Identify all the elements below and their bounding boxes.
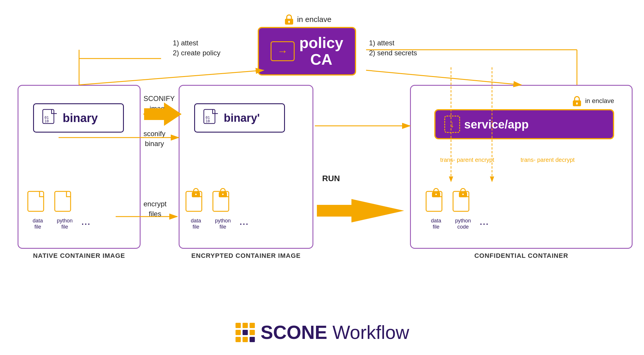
- enc-data-lock: [191, 187, 201, 198]
- native-python-file-label: pythonfile: [54, 218, 75, 230]
- policy-ca-outer: → policy CA: [258, 27, 356, 76]
- in-enclave-text-top: in enclave: [297, 15, 332, 24]
- policy-ca-text: policy CA: [299, 35, 343, 68]
- in-enclave-label-top: in enclave: [283, 13, 332, 26]
- enc-data-file-label: datafile: [185, 218, 206, 230]
- sconify-image-label: SCONIFY image: [144, 94, 175, 113]
- conf-python-code: pythoncode: [452, 191, 474, 230]
- conf-container-label: CONFIDENTIAL CONTAINER: [474, 252, 568, 260]
- conf-python-code-label: pythoncode: [452, 218, 474, 230]
- workflow-text: Workflow: [332, 322, 409, 343]
- svg-rect-47: [235, 337, 241, 342]
- run-label: RUN: [322, 173, 340, 184]
- transparent-encrypt-label: trans- parent encrypt: [440, 156, 494, 164]
- svg-point-22: [435, 193, 437, 195]
- svg-text:10: 10: [206, 119, 210, 123]
- service-app-outer: ↓ service/app: [434, 109, 614, 139]
- encrypted-container-box: 01 10 binary': [179, 85, 313, 249]
- svg-rect-43: [250, 323, 255, 328]
- bottom-logo: SCONE Workflow: [235, 322, 409, 343]
- native-python-file-icon: [54, 191, 75, 215]
- native-dots: ...: [81, 215, 90, 230]
- native-files-row: datafile pythonfile ...: [27, 191, 90, 230]
- service-app-inner: ↓: [444, 116, 460, 133]
- svg-rect-49: [250, 337, 255, 342]
- right-policy-annot: 1) attest 2) send secrets: [369, 38, 417, 58]
- policy-ca-wrapper: in enclave → policy CA: [258, 13, 356, 76]
- policy-ca-arrow: →: [277, 45, 288, 57]
- in-enclave-label-service: in enclave: [434, 95, 614, 107]
- svg-line-28: [79, 70, 264, 85]
- native-binary-item: 01 10 binary: [33, 103, 124, 133]
- in-enclave-text-service: in enclave: [585, 97, 614, 105]
- enc-dots: ...: [239, 215, 249, 230]
- svg-marker-34: [317, 199, 404, 222]
- native-container-label: NATIVE CONTAINER IMAGE: [33, 252, 125, 260]
- native-binary-icon: 01 10: [42, 109, 57, 127]
- conf-data-file-label: datafile: [426, 218, 447, 230]
- lock-icon-top: [283, 13, 295, 26]
- conf-data-lock: [431, 187, 441, 198]
- native-binary-text: binary: [63, 112, 98, 125]
- native-python-file: pythonfile: [54, 191, 75, 230]
- svg-rect-41: [235, 323, 241, 328]
- policy-ca-inner: →: [271, 41, 295, 61]
- lock-icon-service: [570, 95, 583, 107]
- svg-text:10: 10: [45, 119, 49, 123]
- svg-line-29: [366, 70, 521, 85]
- conf-files-row: datafile pythoncode ...: [426, 191, 489, 230]
- enc-binary-item: 01 10 binary': [194, 103, 285, 133]
- sconify-binary-label: sconify binary: [144, 129, 165, 148]
- enc-files-row: datafile pythonfile ...: [185, 191, 249, 230]
- svg-point-13: [195, 193, 197, 195]
- conf-python-lock: [458, 187, 468, 198]
- diagram-container: in enclave → policy CA 1) attest 2) crea…: [0, 0, 644, 355]
- enc-python-file: pythonfile: [212, 191, 233, 230]
- svg-rect-7: [55, 191, 71, 211]
- encrypt-files-label: encrypt files: [144, 199, 167, 219]
- native-data-file-icon: [27, 191, 48, 215]
- service-app-text: service/app: [464, 118, 529, 131]
- enc-python-lock: [218, 187, 228, 198]
- enc-data-file: datafile: [185, 191, 206, 230]
- conf-data-file: datafile: [426, 191, 447, 230]
- scone-logo-icon: [235, 322, 255, 343]
- svg-rect-2: [288, 22, 289, 23]
- transparent-decrypt-label: trans- parent decrypt: [521, 156, 575, 164]
- svg-point-25: [462, 193, 464, 195]
- svg-rect-6: [28, 191, 44, 211]
- svg-rect-46: [250, 330, 255, 335]
- svg-rect-48: [242, 337, 248, 342]
- svg-rect-45: [242, 330, 248, 335]
- scone-text: SCONE: [261, 322, 327, 343]
- native-data-file: datafile: [27, 191, 48, 230]
- enc-binary-icon: 01 10: [203, 109, 218, 127]
- confidential-container-box: in enclave ↓ service/app trans- parent e…: [410, 85, 633, 249]
- enc-binary-text: binary': [224, 112, 260, 124]
- conf-dots: ...: [479, 215, 489, 230]
- service-app-wrapper: in enclave ↓ service/app: [434, 95, 614, 139]
- service-arrow-down: ↓: [450, 119, 455, 129]
- svg-rect-44: [235, 330, 241, 335]
- svg-rect-42: [242, 323, 248, 328]
- native-container-box: 01 10 binary datafile pythonfile: [18, 85, 141, 249]
- svg-rect-19: [576, 103, 577, 105]
- left-policy-annot: 1) attest 2) create policy: [173, 38, 221, 58]
- svg-point-16: [222, 193, 224, 195]
- transparent-labels: trans- parent encrypt trans- parent decr…: [440, 156, 575, 164]
- enc-python-file-label: pythonfile: [212, 218, 233, 230]
- native-data-file-label: datafile: [27, 218, 48, 230]
- enc-container-label: ENCRYPTED CONTAINER IMAGE: [191, 252, 300, 260]
